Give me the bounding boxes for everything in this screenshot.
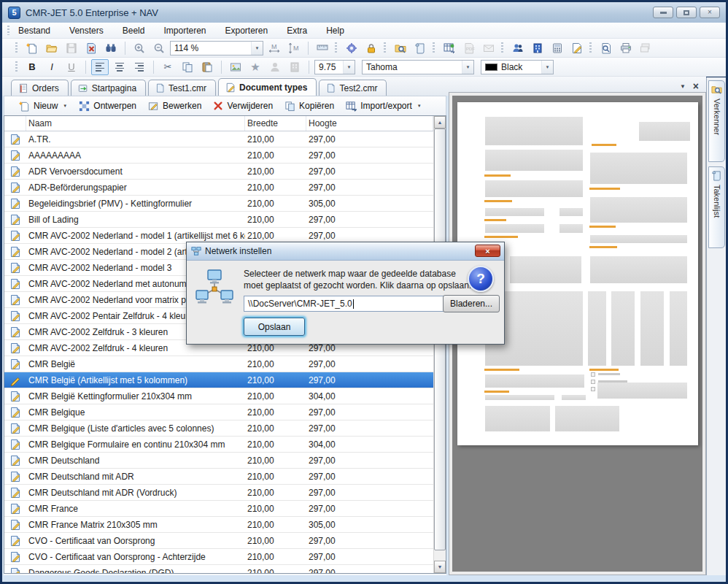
print-preview-button[interactable]: [597, 40, 615, 56]
zoom-out-button[interactable]: [150, 40, 168, 56]
table-row[interactable]: CMR Deutschland mit ADR (Vordruck) 210,0…: [4, 485, 433, 501]
align-right-button[interactable]: [131, 59, 148, 75]
font-size-combobox[interactable]: 9.75 ▼: [314, 60, 355, 74]
font-color-combobox[interactable]: Black ▼: [481, 60, 554, 74]
help-icon[interactable]: ?: [468, 266, 494, 292]
import-export-button[interactable]: Import/export▼: [341, 99, 426, 113]
email-button[interactable]: [480, 40, 497, 56]
column-header-naam[interactable]: Naam: [26, 116, 245, 131]
table-row[interactable]: CVO - Certificaat van Oorsprong - Achter…: [4, 549, 433, 565]
table-row[interactable]: CMR Belgique 210,00 297,00: [4, 404, 433, 420]
underline-button[interactable]: U: [63, 59, 80, 75]
align-center-button[interactable]: [111, 59, 128, 75]
table-row[interactable]: CMR België (Artikellijst met 5 kolommen)…: [4, 372, 433, 388]
menu-exporteren[interactable]: Exporteren: [225, 26, 268, 36]
table-row[interactable]: AAAAAAAAA 210,00 297,00: [4, 147, 433, 164]
scroll-up-button[interactable]: ▲: [434, 116, 446, 128]
script-button[interactable]: [411, 40, 429, 56]
edit-button[interactable]: Bewerken: [144, 99, 206, 113]
close-button[interactable]: ×: [700, 7, 720, 18]
dialog-close-button[interactable]: ×: [475, 245, 500, 257]
column-header-hoogte[interactable]: Hoogte: [306, 116, 433, 131]
font-name-combobox[interactable]: Tahoma ▼: [362, 60, 474, 74]
browse-button[interactable]: Bladeren...: [443, 295, 500, 312]
image-button[interactable]: [227, 59, 244, 75]
edit-document-button[interactable]: [568, 40, 586, 56]
tab-test2[interactable]: Test2.cmr: [319, 80, 387, 96]
table-row[interactable]: CMR Belgique (Liste d'articles avec 5 co…: [4, 420, 433, 437]
menu-bestand[interactable]: Bestand: [18, 26, 50, 36]
tab-startpagina[interactable]: Startpagina: [71, 80, 146, 96]
zoom-in-button[interactable]: [131, 40, 148, 56]
table-row[interactable]: Dangerous Goods Declaration (DGD) 210,00…: [4, 565, 433, 573]
person-button[interactable]: [266, 59, 284, 75]
save-button[interactable]: [63, 40, 80, 56]
vertical-scrollbar[interactable]: ▲ ▼: [433, 116, 446, 573]
menu-vensters[interactable]: Vensters: [69, 26, 104, 36]
side-tab-takenlijst[interactable]: Takenlijst: [708, 166, 725, 248]
print-button[interactable]: [617, 40, 635, 56]
scroll-down-button[interactable]: ▼: [434, 561, 446, 573]
column-header-breedte[interactable]: Breedte: [245, 116, 306, 131]
new-document-button[interactable]: [23, 40, 41, 56]
tab-test1[interactable]: Test1.cmr: [148, 80, 216, 96]
building-small-button[interactable]: [286, 59, 303, 75]
restore-button[interactable]: [676, 7, 697, 18]
table-row[interactable]: CMR Deutschland 210,00 297,00: [4, 453, 433, 469]
tab-document-types[interactable]: Document types: [218, 78, 317, 96]
row-name: CMR België: [26, 359, 245, 369]
copy-row-button[interactable]: Kopiëren: [280, 99, 338, 113]
fit-width-button[interactable]: M: [266, 40, 283, 56]
ruler-button[interactable]: [314, 40, 331, 56]
users-button[interactable]: [509, 40, 527, 56]
table-row[interactable]: Begeleidingsbrief (PMV) - Kettingformuli…: [4, 196, 433, 212]
table-row[interactable]: CMR Deutschland mit ADR 210,00 297,00: [4, 469, 433, 485]
settings-gear-button[interactable]: [343, 40, 360, 56]
company-button[interactable]: [529, 40, 546, 56]
menu-importeren[interactable]: Importeren: [163, 26, 206, 36]
table-row[interactable]: CMR België 210,00 297,00: [4, 356, 433, 372]
table-row[interactable]: CMR France 210,00 297,00: [4, 501, 433, 517]
tab-close-button[interactable]: ×: [693, 80, 699, 92]
table-row[interactable]: A.TR. 210,00 297,00: [4, 131, 433, 147]
search-folder-button[interactable]: [392, 40, 409, 56]
calculator-button[interactable]: [549, 40, 566, 56]
table-export-button[interactable]: [441, 40, 458, 56]
star-button[interactable]: ★: [247, 59, 264, 75]
align-left-button[interactable]: [91, 59, 109, 75]
pdf-button[interactable]: PDF: [460, 40, 478, 56]
table-row[interactable]: CMR France Matrix 210x305 mm 210,00 305,…: [4, 517, 433, 533]
tab-orders[interactable]: Orders: [11, 80, 69, 96]
lock-button[interactable]: [363, 40, 380, 56]
bold-button[interactable]: B: [23, 59, 41, 75]
table-row[interactable]: CMR België Kettingformulier 210x304 mm 2…: [4, 388, 433, 404]
cut-button[interactable]: ✂: [159, 59, 177, 75]
copy-button[interactable]: [179, 59, 196, 75]
toolbar-grip: [335, 42, 337, 54]
save-button[interactable]: Opslaan: [244, 318, 305, 336]
tab-list-dropdown-button[interactable]: ▼: [680, 83, 686, 90]
open-button[interactable]: [43, 40, 61, 56]
row-breedte: 210,00: [245, 199, 306, 209]
table-row[interactable]: ADR Vervoersdocument 210,00 297,00: [4, 164, 433, 180]
fit-height-button[interactable]: M: [285, 40, 303, 56]
new-button[interactable]: Nieuw▼: [15, 99, 71, 113]
minimize-button[interactable]: [653, 7, 673, 18]
find-button[interactable]: [102, 40, 120, 56]
paste-button[interactable]: [198, 59, 216, 75]
design-button[interactable]: Ontwerpen: [74, 99, 141, 113]
zoom-level-combobox[interactable]: 114 % ▼: [170, 41, 263, 55]
menu-extra[interactable]: Extra: [287, 26, 307, 36]
side-tab-verkenner[interactable]: Verkenner: [708, 80, 725, 162]
table-row[interactable]: CMR Belgique Formulaire en continu 210x3…: [4, 437, 433, 453]
italic-button[interactable]: I: [43, 59, 61, 75]
table-row[interactable]: Bill of Lading 210,00 297,00: [4, 212, 433, 228]
delete-document-button[interactable]: [82, 40, 100, 56]
menu-beeld[interactable]: Beeld: [123, 26, 145, 36]
delete-document-icon: [85, 42, 97, 54]
table-row[interactable]: ADR-Beförderungspapier 210,00 297,00: [4, 180, 433, 196]
menu-help[interactable]: Help: [326, 26, 344, 36]
table-row[interactable]: CVO - Certificaat van Oorsprong 210,00 2…: [4, 533, 433, 549]
delete-button[interactable]: Verwijderen: [209, 99, 277, 112]
batch-print-button[interactable]: [637, 40, 654, 56]
